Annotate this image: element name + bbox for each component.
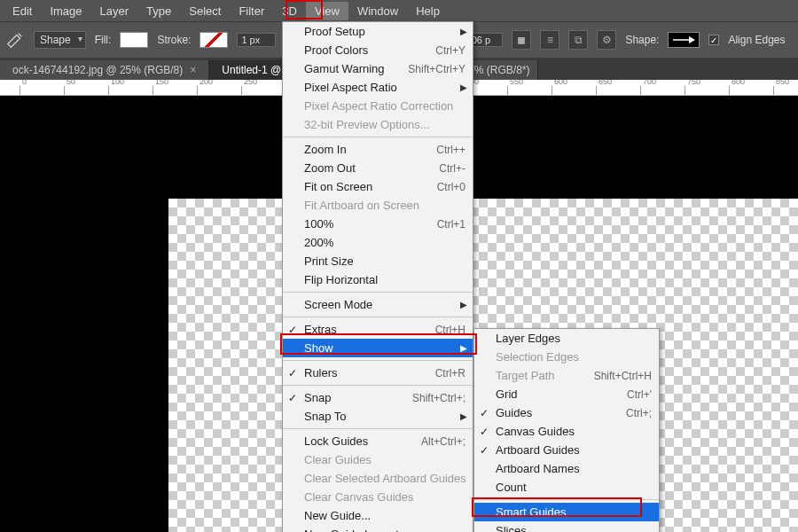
show-item-count[interactable]: Count (474, 478, 659, 497)
view-item-clear-canvas-guides: Clear Canvas Guides (283, 488, 473, 506)
shape-label: Shape: (625, 34, 659, 46)
menu-item-label: Extras (304, 323, 337, 336)
view-item-extras[interactable]: ✓ExtrasCtrl+H (283, 320, 473, 339)
submenu-arrow-icon: ▶ (460, 411, 467, 421)
menu-item-label: Target Path (496, 369, 555, 382)
check-icon: ✓ (480, 426, 489, 438)
shortcut-label: Alt+Ctrl+; (421, 435, 466, 448)
menu-item-label: Proof Setup (304, 25, 365, 38)
menu-view[interactable]: View (306, 2, 348, 20)
align-icon[interactable]: ≡ (540, 30, 559, 50)
stroke-width-field[interactable]: 1 px (237, 33, 276, 47)
menu-help[interactable]: Help (407, 2, 449, 20)
shortcut-label: Shift+Ctrl+Y (408, 63, 466, 75)
document-tab[interactable]: ock-146744192.jpg @ 25% (RGB/8)× (0, 60, 209, 80)
shortcut-label: Shift+Ctrl+; (412, 392, 466, 404)
menu-item-label: Clear Guides (304, 453, 372, 466)
view-item-proof-setup[interactable]: Proof Setup▶ (283, 22, 473, 41)
view-item-pixel-aspect-ratio[interactable]: Pixel Aspect Ratio▶ (283, 78, 473, 97)
path-ops-icon[interactable]: ◼ (512, 30, 531, 50)
view-menu-dropdown: Proof Setup▶Proof ColorsCtrl+YGamut Warn… (282, 21, 473, 532)
menu-item-label: Zoom Out (304, 161, 356, 175)
fill-swatch[interactable] (120, 32, 148, 48)
submenu-arrow-icon: ▶ (460, 82, 467, 92)
view-item-print-size[interactable]: Print Size (283, 252, 473, 270)
show-item-artboard-names[interactable]: Artboard Names (474, 459, 659, 478)
show-item-target-path: Target PathShift+Ctrl+H (474, 366, 659, 385)
menu-item-label: Guides (496, 406, 532, 419)
view-item-zoom-out[interactable]: Zoom OutCtrl+- (283, 159, 473, 177)
shortcut-label: Ctrl+R (435, 367, 466, 379)
shortcut-label: Ctrl+- (439, 162, 466, 175)
menu-3d[interactable]: 3D (273, 2, 306, 20)
view-item-lock-guides[interactable]: Lock GuidesAlt+Ctrl+; (283, 432, 473, 450)
show-item-selection-edges: Selection Edges (474, 348, 659, 366)
view-item-32-bit-preview-options-: 32-bit Preview Options... (283, 115, 473, 134)
menu-item-label: New Guide Layout... (304, 528, 409, 532)
menu-item-label: Snap To (304, 410, 346, 423)
menu-item-label: New Guide... (304, 509, 371, 522)
menu-type[interactable]: Type (137, 2, 180, 20)
view-item-snap[interactable]: ✓SnapShift+Ctrl+; (283, 388, 473, 407)
menu-window[interactable]: Window (348, 2, 407, 20)
menu-item-label: Count (496, 481, 527, 494)
view-item-fit-on-screen[interactable]: Fit on ScreenCtrl+0 (283, 177, 473, 196)
menu-item-label: 200% (304, 236, 333, 249)
view-item-200-[interactable]: 200% (283, 233, 473, 252)
menu-item-label: Canvas Guides (496, 425, 575, 438)
stroke-label: Stroke: (157, 34, 191, 46)
menu-item-label: Zoom In (304, 143, 347, 156)
align-edges-checkbox[interactable]: ✓ (708, 35, 719, 45)
show-item-slices[interactable]: Slices (474, 521, 659, 532)
shortcut-label: Shift+Ctrl+H (594, 370, 652, 382)
menu-item-label: Fit on Screen (304, 180, 372, 193)
view-item-new-guide-layout-[interactable]: New Guide Layout... (283, 525, 473, 532)
submenu-arrow-icon: ▶ (460, 300, 467, 309)
menu-item-label: Snap (304, 391, 331, 404)
show-item-layer-edges[interactable]: Layer Edges (474, 329, 659, 348)
show-item-smart-guides[interactable]: Smart Guides (474, 503, 659, 521)
stroke-swatch[interactable] (200, 32, 228, 48)
view-item-show[interactable]: Show▶ (283, 339, 473, 357)
view-item-clear-guides: Clear Guides (283, 450, 473, 469)
view-item-fit-artboard-on-screen: Fit Artboard on Screen (283, 196, 473, 215)
view-item-new-guide-[interactable]: New Guide... (283, 506, 473, 525)
menu-select[interactable]: Select (180, 2, 230, 20)
gear-icon[interactable]: ⚙ (597, 30, 616, 50)
menu-item-label: Print Size (304, 254, 354, 268)
view-item-proof-colors[interactable]: Proof ColorsCtrl+Y (283, 41, 473, 59)
menu-filter[interactable]: Filter (230, 2, 273, 20)
check-icon: ✓ (288, 367, 297, 379)
menubar: EditImageLayerTypeSelectFilter3DViewWind… (0, 0, 798, 21)
menu-item-label: Gamut Warning (304, 62, 385, 75)
menu-item-label: Pixel Aspect Ratio Correction (304, 99, 453, 113)
show-item-artboard-guides[interactable]: ✓Artboard Guides (474, 441, 659, 459)
arrange-icon[interactable]: ⧉ (568, 30, 588, 50)
shape-arrow-swatch[interactable] (668, 32, 700, 48)
show-item-canvas-guides[interactable]: ✓Canvas Guides (474, 422, 659, 441)
shortcut-label: Ctrl++ (436, 144, 466, 156)
submenu-arrow-icon: ▶ (460, 27, 467, 36)
view-item-pixel-aspect-ratio-correction: Pixel Aspect Ratio Correction (283, 97, 473, 115)
menu-item-label: Screen Mode (304, 298, 372, 311)
shape-mode-dropdown[interactable]: Shape (34, 31, 86, 49)
shortcut-label: Ctrl+; (626, 407, 652, 419)
show-item-grid[interactable]: GridCtrl+' (474, 385, 659, 403)
menu-image[interactable]: Image (41, 2, 90, 20)
close-icon[interactable]: × (537, 64, 539, 76)
view-item-100-[interactable]: 100%Ctrl+1 (283, 215, 473, 233)
view-item-snap-to[interactable]: Snap To▶ (283, 407, 473, 426)
show-item-guides[interactable]: ✓GuidesCtrl+; (474, 403, 659, 422)
view-item-flip-horizontal[interactable]: Flip Horizontal (283, 270, 473, 289)
submenu-arrow-icon: ▶ (460, 343, 467, 353)
view-item-rulers[interactable]: ✓RulersCtrl+R (283, 364, 473, 382)
view-item-gamut-warning[interactable]: Gamut WarningShift+Ctrl+Y (283, 59, 473, 78)
menu-edit[interactable]: Edit (4, 2, 41, 20)
menu-layer[interactable]: Layer (91, 2, 138, 20)
view-item-screen-mode[interactable]: Screen Mode▶ (283, 295, 473, 314)
close-icon[interactable]: × (190, 64, 196, 76)
menu-item-label: Fit Artboard on Screen (304, 199, 419, 212)
view-item-zoom-in[interactable]: Zoom InCtrl++ (283, 140, 473, 159)
menu-item-label: Artboard Guides (496, 443, 580, 457)
check-icon: ✓ (480, 407, 489, 419)
